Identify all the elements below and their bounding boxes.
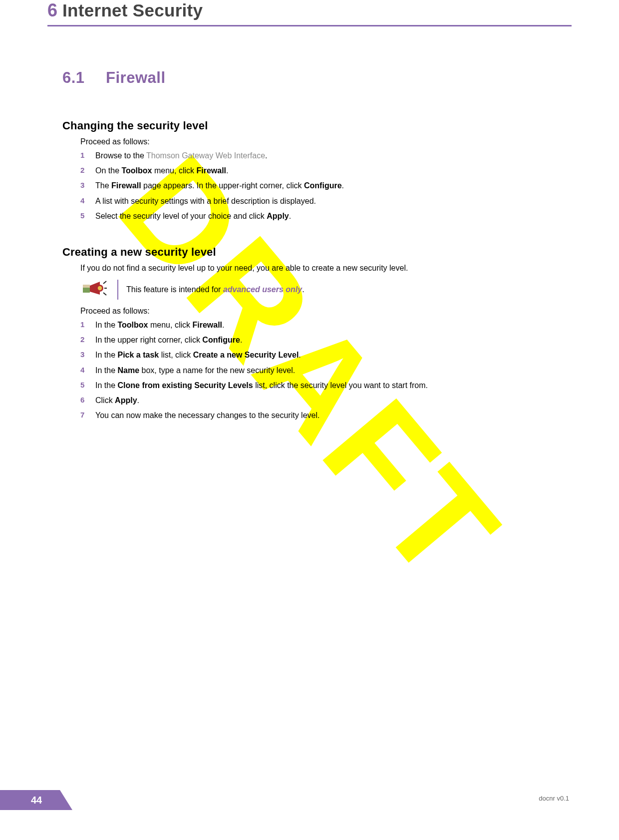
step-text: In the xyxy=(95,321,117,329)
bold-text: Create a new Security Level xyxy=(193,351,299,359)
bold-text: Pick a task xyxy=(117,351,159,359)
step-text: . xyxy=(289,212,291,220)
bold-text: Firewall xyxy=(111,181,141,190)
doc-version: docnr v0.1 xyxy=(539,795,569,802)
note-text: This feature is intended for advanced us… xyxy=(126,280,305,300)
step-text: In the xyxy=(95,381,117,390)
bold-text: Configure xyxy=(304,181,342,190)
chapter-rule xyxy=(47,25,572,26)
note-emphasis: advanced users only xyxy=(223,285,302,294)
step-text: In the upper right corner, click xyxy=(95,336,202,344)
step-number: 5 xyxy=(80,380,84,391)
block-changing-security-level: Changing the security level Proceed as f… xyxy=(62,119,572,222)
step-item: 3 In the Pick a task list, click Create … xyxy=(80,349,572,361)
step-text: . xyxy=(342,181,344,190)
step-number: 6 xyxy=(80,395,84,406)
bold-text: Apply xyxy=(267,212,289,220)
step-text: . xyxy=(265,151,267,160)
note-callout: This feature is intended for advanced us… xyxy=(80,280,572,300)
step-text: . xyxy=(137,396,139,405)
step-number: 1 xyxy=(80,319,84,330)
step-number: 3 xyxy=(80,349,84,360)
note-separator xyxy=(117,280,118,300)
megaphone-icon xyxy=(83,280,107,300)
note-text-post: . xyxy=(302,285,304,294)
intro-text: Proceed as follows: xyxy=(80,307,572,316)
step-text: On the xyxy=(95,166,121,175)
step-text: The xyxy=(95,181,111,190)
page-footer: 44 docnr v0.1 xyxy=(0,788,619,810)
step-text: . xyxy=(222,321,224,329)
step-number: 7 xyxy=(80,410,84,420)
footer-page-tab: 44 xyxy=(0,790,72,810)
step-text: Click xyxy=(95,396,115,405)
svg-line-5 xyxy=(103,281,106,284)
bold-text: Configure xyxy=(202,336,240,344)
svg-point-4 xyxy=(98,286,102,290)
step-text: . xyxy=(240,336,242,344)
step-text: menu, click xyxy=(152,166,197,175)
bold-text: Toolbox xyxy=(121,166,152,175)
step-item: 4 A list with security settings with a b… xyxy=(80,195,572,207)
step-number: 3 xyxy=(80,180,84,191)
link-text: Thomson Gateway Web Interface xyxy=(146,151,265,160)
step-text: You can now make the necessary changes t… xyxy=(95,411,319,420)
bold-text: Apply xyxy=(115,396,137,405)
step-item: 4 In the Name box, type a name for the n… xyxy=(80,365,572,376)
step-item: 5 Select the security level of your choi… xyxy=(80,210,572,222)
svg-rect-1 xyxy=(83,285,90,288)
step-item: 1 Browse to the Thomson Gateway Web Inte… xyxy=(80,150,572,161)
steps-list: 1 Browse to the Thomson Gateway Web Inte… xyxy=(80,150,572,222)
step-text: list, click xyxy=(159,351,193,359)
chapter-header: 6 Internet Security xyxy=(47,0,572,26)
intro-text: Proceed as follows: xyxy=(80,137,572,146)
step-item: 2 On the Toolbox menu, click Firewall. xyxy=(80,165,572,176)
sub-heading: Creating a new security level xyxy=(62,246,572,259)
note-text-pre: This feature is intended for xyxy=(126,285,221,294)
bold-text: Firewall xyxy=(196,166,226,175)
step-text: list, click the security level you want … xyxy=(253,381,428,390)
section-heading: 6.1 Firewall xyxy=(47,69,572,87)
step-text: box, type a name for the new security le… xyxy=(139,366,295,375)
section-title: Firewall xyxy=(106,69,165,86)
step-item: 6 Click Apply. xyxy=(80,395,572,406)
steps-list: 1 In the Toolbox menu, click Firewall. 2… xyxy=(80,319,572,421)
step-text: In the xyxy=(95,351,117,359)
bold-text: Clone from existing Security Levels xyxy=(117,381,253,390)
step-text: . xyxy=(299,351,301,359)
step-text: menu, click xyxy=(148,321,193,329)
step-text: Select the security level of your choice… xyxy=(95,212,267,220)
step-number: 4 xyxy=(80,195,84,206)
chapter-number: 6 xyxy=(47,0,57,21)
step-number: 2 xyxy=(80,334,84,345)
step-number: 2 xyxy=(80,165,84,176)
step-text: Browse to the xyxy=(95,151,146,160)
step-number: 4 xyxy=(80,365,84,376)
page-number: 44 xyxy=(31,795,42,806)
step-text: . xyxy=(226,166,228,175)
step-item: 3 The Firewall page appears. In the uppe… xyxy=(80,180,572,191)
intro-text: If you do not find a security level up t… xyxy=(80,264,572,273)
svg-line-7 xyxy=(103,293,106,295)
step-item: 7 You can now make the necessary changes… xyxy=(80,410,572,421)
step-text: page appears. In the upper-right corner,… xyxy=(141,181,304,190)
step-item: 5 In the Clone from existing Security Le… xyxy=(80,380,572,391)
step-text: In the xyxy=(95,366,117,375)
sub-heading: Changing the security level xyxy=(62,119,572,132)
block-creating-security-level: Creating a new security level If you do … xyxy=(62,246,572,421)
bold-text: Toolbox xyxy=(117,321,148,329)
step-text: A list with security settings with a bri… xyxy=(95,197,316,205)
section-number: 6.1 xyxy=(62,69,85,86)
step-item: 2 In the upper right corner, click Confi… xyxy=(80,334,572,346)
step-number: 1 xyxy=(80,150,84,161)
bold-text: Name xyxy=(117,366,139,375)
bold-text: Firewall xyxy=(192,321,222,329)
step-item: 1 In the Toolbox menu, click Firewall. xyxy=(80,319,572,331)
chapter-title: Internet Security xyxy=(62,0,203,20)
step-number: 5 xyxy=(80,210,84,221)
